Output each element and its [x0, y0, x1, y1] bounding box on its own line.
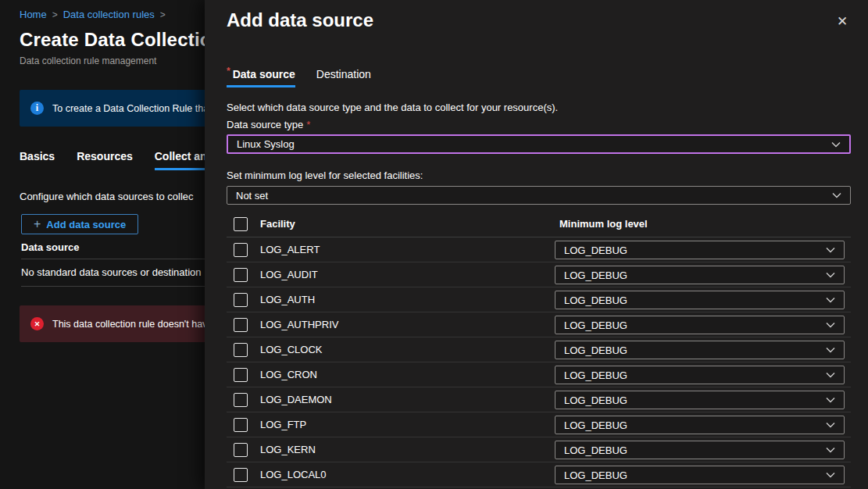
- chevron-down-icon: [832, 192, 841, 198]
- error-banner-text: This data collection rule doesn't have: [52, 319, 213, 330]
- facility-name: LOG_LOCAL0: [260, 469, 327, 480]
- facility-table: Facility Minimum log level LOG_ALERT LOG…: [227, 211, 851, 487]
- panel-tabs: * Data source Destination: [227, 68, 371, 87]
- panel-title: Add data source: [227, 9, 373, 31]
- info-icon: i: [30, 102, 44, 115]
- row-level-dropdown[interactable]: LOG_DEBUG: [555, 466, 845, 484]
- row-level-value: LOG_DEBUG: [564, 294, 627, 306]
- add-data-source-button[interactable]: + Add data source: [21, 214, 138, 234]
- row-level-value: LOG_DEBUG: [564, 469, 627, 481]
- page-tabs: Basics Resources Collect and d: [20, 150, 223, 170]
- breadcrumb: Home > Data collection rules >: [20, 9, 166, 20]
- table-row: LOG_LOCAL0 LOG_DEBUG: [227, 462, 851, 487]
- facility-name: LOG_KERN: [260, 444, 316, 455]
- facility-checkbox[interactable]: [234, 468, 248, 482]
- facility-name: LOG_DAEMON: [260, 394, 332, 405]
- row-level-value: LOG_DEBUG: [564, 369, 627, 381]
- row-level-dropdown[interactable]: LOG_DEBUG: [555, 416, 845, 434]
- chevron-down-icon: [826, 397, 835, 403]
- facility-checkbox[interactable]: [234, 368, 248, 382]
- row-level-dropdown[interactable]: LOG_DEBUG: [555, 291, 845, 309]
- chevron-down-icon: [826, 297, 835, 303]
- breadcrumb-separator-icon: >: [160, 9, 166, 20]
- facility-checkbox[interactable]: [234, 343, 248, 357]
- data-source-type-value: Linux Syslog: [237, 138, 295, 150]
- add-data-source-button-label: Add data source: [46, 219, 126, 230]
- min-log-level-value: Not set: [236, 190, 268, 202]
- facility-name: LOG_AUDIT: [260, 269, 318, 280]
- row-level-dropdown[interactable]: LOG_DEBUG: [555, 266, 845, 284]
- table-row: LOG_KERN LOG_DEBUG: [227, 437, 851, 462]
- required-asterisk: *: [306, 119, 310, 130]
- screen: Home > Data collection rules > Create Da…: [0, 0, 868, 489]
- facility-table-body: LOG_ALERT LOG_DEBUG LOG_AUDIT LOG_DEBUG …: [227, 237, 851, 487]
- tab-data-source[interactable]: * Data source: [227, 68, 295, 87]
- row-level-value: LOG_DEBUG: [564, 244, 627, 256]
- row-level-dropdown[interactable]: LOG_DEBUG: [555, 366, 845, 384]
- facility-checkbox[interactable]: [234, 393, 248, 407]
- add-data-source-panel: Add data source ✕ * Data source Destinat…: [205, 0, 868, 489]
- breadcrumb-separator-icon: >: [52, 9, 58, 20]
- chevron-down-icon: [826, 447, 835, 453]
- select-all-checkbox[interactable]: [234, 217, 248, 231]
- required-asterisk: *: [227, 66, 230, 78]
- tab-basics[interactable]: Basics: [20, 150, 55, 170]
- row-level-dropdown[interactable]: LOG_DEBUG: [555, 341, 845, 359]
- plus-icon: +: [34, 218, 41, 230]
- chevron-down-icon: [826, 347, 835, 353]
- chevron-down-icon: [831, 141, 841, 148]
- row-level-value: LOG_DEBUG: [564, 394, 627, 406]
- table-row: LOG_AUTHPRIV LOG_DEBUG: [227, 312, 851, 337]
- table-row: LOG_AUDIT LOG_DEBUG: [227, 262, 851, 287]
- min-log-level-dropdown[interactable]: Not set: [227, 186, 851, 205]
- facility-checkbox[interactable]: [234, 293, 248, 307]
- row-level-value: LOG_DEBUG: [564, 319, 627, 331]
- facility-table-header: Facility Minimum log level: [227, 211, 851, 237]
- tab-data-source-label: Data source: [233, 68, 295, 80]
- row-level-value: LOG_DEBUG: [564, 269, 627, 281]
- empty-list-message: No standard data sources or destination: [21, 266, 202, 278]
- data-source-type-dropdown[interactable]: Linux Syslog: [227, 134, 851, 154]
- facility-checkbox[interactable]: [234, 318, 248, 332]
- min-log-level-label: Set minimum log level for selected facil…: [227, 170, 423, 181]
- facility-name: LOG_AUTHPRIV: [260, 319, 338, 330]
- tab-resources[interactable]: Resources: [77, 150, 133, 170]
- panel-description: Select which data source type and the da…: [227, 102, 558, 113]
- row-level-value: LOG_DEBUG: [564, 344, 627, 356]
- tab-destination-label: Destination: [316, 68, 371, 80]
- error-icon: ✕: [30, 317, 44, 330]
- facility-checkbox[interactable]: [234, 243, 248, 257]
- breadcrumb-home-link[interactable]: Home: [20, 9, 47, 20]
- tab-destination[interactable]: Destination: [316, 68, 371, 87]
- chevron-down-icon: [826, 472, 835, 478]
- facility-checkbox[interactable]: [234, 418, 248, 432]
- table-row: LOG_CRON LOG_DEBUG: [227, 362, 851, 387]
- facility-name: LOG_ALERT: [260, 244, 320, 255]
- facility-name: LOG_FTP: [260, 419, 306, 430]
- chevron-down-icon: [826, 372, 835, 378]
- row-level-dropdown[interactable]: LOG_DEBUG: [555, 441, 845, 459]
- row-level-dropdown[interactable]: LOG_DEBUG: [555, 316, 845, 334]
- configure-instruction: Configure which data sources to collec: [20, 191, 194, 202]
- page-title: Create Data Collection: [20, 29, 223, 51]
- level-column-header: Minimum log level: [559, 218, 648, 230]
- data-source-column-header: Data source: [21, 241, 79, 253]
- row-level-dropdown[interactable]: LOG_DEBUG: [555, 241, 845, 259]
- breadcrumb-rules-link[interactable]: Data collection rules: [63, 9, 155, 20]
- facility-checkbox[interactable]: [234, 268, 248, 282]
- close-icon[interactable]: ✕: [832, 11, 852, 31]
- row-level-value: LOG_DEBUG: [564, 444, 627, 456]
- row-level-dropdown[interactable]: LOG_DEBUG: [555, 391, 845, 409]
- chevron-down-icon: [826, 422, 835, 428]
- chevron-down-icon: [826, 272, 835, 278]
- facility-name: LOG_CRON: [260, 369, 317, 380]
- chevron-down-icon: [826, 322, 835, 328]
- table-row: LOG_DAEMON LOG_DEBUG: [227, 387, 851, 412]
- table-row: LOG_AUTH LOG_DEBUG: [227, 287, 851, 312]
- facility-name: LOG_CLOCK: [260, 344, 322, 355]
- row-level-value: LOG_DEBUG: [564, 419, 627, 431]
- facility-checkbox[interactable]: [234, 443, 248, 457]
- data-source-type-label: Data source type*: [227, 119, 310, 130]
- data-source-type-label-text: Data source type: [227, 119, 303, 130]
- table-row: LOG_FTP LOG_DEBUG: [227, 412, 851, 437]
